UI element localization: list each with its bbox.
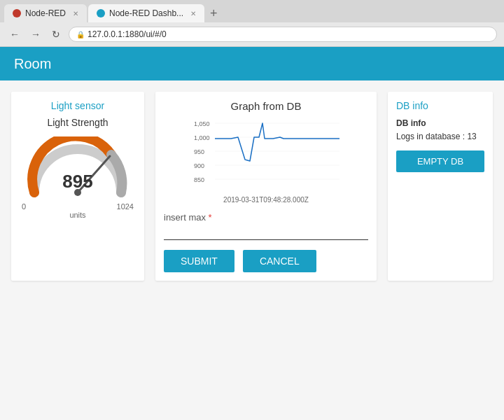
url-text: 127.0.0.1:1880/ui/#/0 <box>88 29 167 39</box>
gauge-min: 0 <box>22 202 26 211</box>
new-tab-button[interactable]: + <box>206 6 222 21</box>
insert-max-label: insert max * <box>164 212 368 223</box>
tab-close-2[interactable]: ✕ <box>190 10 196 18</box>
svg-text:1,000: 1,000 <box>194 134 210 141</box>
gauge-labels: 0 1024 <box>22 202 134 211</box>
button-row: SUBMIT CANCEL <box>164 250 368 272</box>
cancel-button[interactable]: CANCEL <box>243 250 316 272</box>
gauge-value: 895 <box>62 171 92 192</box>
insert-max-input[interactable] <box>164 225 368 240</box>
db-section-title: DB info <box>396 100 484 111</box>
browser-chrome: Node-RED ✕ Node-RED Dashb... ✕ + ← → ↻ 🔒… <box>0 0 504 47</box>
graph-svg: 1,050 1,000 950 900 850 <box>164 118 368 195</box>
db-info-title: DB info <box>396 117 484 130</box>
app-header: Room <box>0 47 504 80</box>
tab-node-red-dashboard[interactable]: Node-RED Dashb... ✕ <box>88 4 204 22</box>
svg-text:1,050: 1,050 <box>194 120 210 127</box>
graph-area: 1,050 1,000 950 900 850 <box>164 118 368 195</box>
insert-max-section: insert max * <box>164 212 368 240</box>
tab-bar: Node-RED ✕ Node-RED Dashb... ✕ + <box>0 0 504 22</box>
db-info-text: DB info Logs in database : 13 <box>396 117 484 144</box>
svg-text:850: 850 <box>194 176 204 183</box>
url-bar[interactable]: 🔒 127.0.0.1:1880/ui/#/0 <box>69 27 497 42</box>
tab-label-1: Node-RED <box>25 8 66 18</box>
forward-button[interactable]: → <box>28 27 43 41</box>
page-title: Room <box>14 56 51 72</box>
submit-button[interactable]: SUBMIT <box>164 250 234 272</box>
light-sensor-title: Light sensor <box>51 100 104 111</box>
graph-timestamp: 2019-03-31T09:48:28.000Z <box>164 196 368 204</box>
svg-text:900: 900 <box>194 162 204 169</box>
tab-favicon-1 <box>13 9 21 18</box>
db-info-panel: DB info DB info Logs in database : 13 EM… <box>388 92 493 281</box>
address-bar: ← → ↻ 🔒 127.0.0.1:1880/ui/#/0 <box>0 22 504 46</box>
gauge-container: 895 <box>22 136 134 200</box>
graph-title: Graph from DB <box>164 100 368 112</box>
tab-favicon-2 <box>97 9 105 18</box>
gauge-title: Light Strength <box>47 117 108 128</box>
reload-button[interactable]: ↻ <box>49 27 63 41</box>
gauge-unit: units <box>69 211 85 219</box>
db-logs-label: Logs in database : 13 <box>396 132 477 141</box>
graph-panel: Graph from DB 1,050 1,000 950 900 850 20… <box>155 92 377 281</box>
tab-label-2: Node-RED Dashb... <box>109 8 183 18</box>
light-sensor-panel: Light sensor Light Strength 895 0 1024 u… <box>11 92 144 281</box>
lock-icon: 🔒 <box>76 31 85 38</box>
tab-node-red[interactable]: Node-RED ✕ <box>4 4 87 22</box>
back-button[interactable]: ← <box>7 27 22 41</box>
svg-text:950: 950 <box>194 148 204 155</box>
empty-db-button[interactable]: EMPTY DB <box>396 150 484 172</box>
main-content: Light sensor Light Strength 895 0 1024 u… <box>0 80 504 292</box>
gauge-max: 1024 <box>117 202 134 211</box>
tab-close-1[interactable]: ✕ <box>73 10 78 18</box>
